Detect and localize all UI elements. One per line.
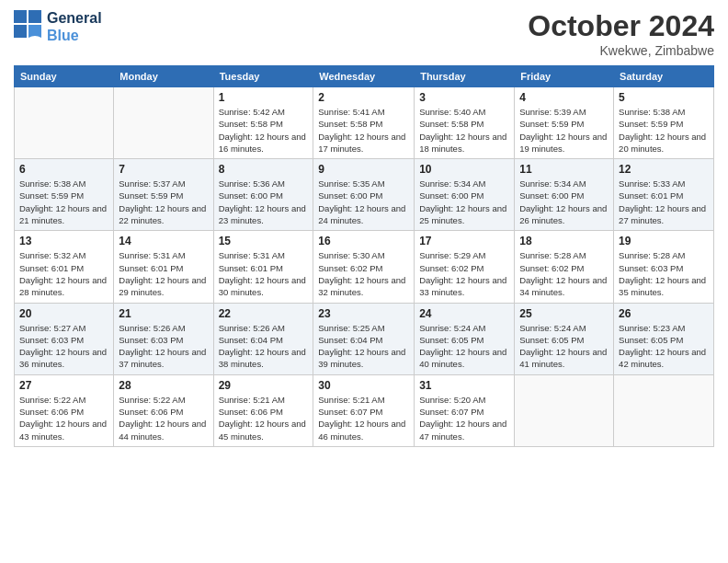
calendar-day-cell xyxy=(614,374,714,446)
calendar-day-cell: 9Sunrise: 5:35 AM Sunset: 6:00 PM Daylig… xyxy=(313,159,415,231)
calendar-day-cell: 30Sunrise: 5:21 AM Sunset: 6:07 PM Dayli… xyxy=(313,374,415,446)
col-monday: Monday xyxy=(114,66,213,87)
day-number: 20 xyxy=(19,307,108,320)
day-number: 14 xyxy=(119,235,208,247)
calendar-day-cell: 4Sunrise: 5:39 AM Sunset: 5:59 PM Daylig… xyxy=(515,87,614,159)
day-detail: Sunrise: 5:32 AM Sunset: 6:01 PM Dayligh… xyxy=(19,249,108,298)
day-number: 31 xyxy=(419,379,509,392)
day-number: 22 xyxy=(219,307,309,320)
day-number: 30 xyxy=(318,379,409,392)
col-friday: Friday xyxy=(515,66,614,87)
day-number: 10 xyxy=(419,163,509,176)
calendar-day-cell: 5Sunrise: 5:38 AM Sunset: 5:59 PM Daylig… xyxy=(614,87,714,159)
calendar-day-cell xyxy=(515,374,614,446)
logo-text: General Blue xyxy=(47,9,102,44)
day-number: 23 xyxy=(318,307,409,320)
day-detail: Sunrise: 5:29 AM Sunset: 6:02 PM Dayligh… xyxy=(419,249,509,298)
day-detail: Sunrise: 5:24 AM Sunset: 6:05 PM Dayligh… xyxy=(519,322,609,371)
day-number: 17 xyxy=(419,235,509,247)
calendar-day-cell: 23Sunrise: 5:25 AM Sunset: 6:04 PM Dayli… xyxy=(313,303,415,374)
calendar-header-row: Sunday Monday Tuesday Wednesday Thursday… xyxy=(15,66,714,87)
day-number: 1 xyxy=(219,91,309,104)
col-sunday: Sunday xyxy=(15,66,114,87)
calendar-week-row: 27Sunrise: 5:22 AM Sunset: 6:06 PM Dayli… xyxy=(15,374,714,446)
day-number: 18 xyxy=(519,235,609,247)
day-number: 7 xyxy=(119,163,208,176)
calendar-week-row: 13Sunrise: 5:32 AM Sunset: 6:01 PM Dayli… xyxy=(15,231,714,303)
calendar-table: Sunday Monday Tuesday Wednesday Thursday… xyxy=(14,65,714,447)
day-number: 28 xyxy=(119,379,208,392)
calendar-day-cell: 31Sunrise: 5:20 AM Sunset: 6:07 PM Dayli… xyxy=(415,374,515,446)
day-detail: Sunrise: 5:31 AM Sunset: 6:01 PM Dayligh… xyxy=(119,249,208,298)
day-number: 11 xyxy=(519,163,609,176)
calendar-day-cell: 22Sunrise: 5:26 AM Sunset: 6:04 PM Dayli… xyxy=(213,303,313,374)
day-detail: Sunrise: 5:37 AM Sunset: 5:59 PM Dayligh… xyxy=(119,178,208,226)
calendar-day-cell: 8Sunrise: 5:36 AM Sunset: 6:00 PM Daylig… xyxy=(213,159,313,231)
svg-rect-0 xyxy=(14,10,27,23)
day-detail: Sunrise: 5:28 AM Sunset: 6:02 PM Dayligh… xyxy=(519,249,609,298)
logo: General Blue xyxy=(14,9,102,44)
day-detail: Sunrise: 5:33 AM Sunset: 6:01 PM Dayligh… xyxy=(619,178,709,226)
day-detail: Sunrise: 5:40 AM Sunset: 5:58 PM Dayligh… xyxy=(419,106,509,155)
day-detail: Sunrise: 5:38 AM Sunset: 5:59 PM Dayligh… xyxy=(619,106,709,155)
calendar-day-cell: 3Sunrise: 5:40 AM Sunset: 5:58 PM Daylig… xyxy=(415,87,515,159)
day-number: 15 xyxy=(219,235,309,247)
day-detail: Sunrise: 5:26 AM Sunset: 6:03 PM Dayligh… xyxy=(119,322,208,371)
col-tuesday: Tuesday xyxy=(213,66,313,87)
day-detail: Sunrise: 5:35 AM Sunset: 6:00 PM Dayligh… xyxy=(318,178,409,226)
calendar-day-cell: 14Sunrise: 5:31 AM Sunset: 6:01 PM Dayli… xyxy=(114,231,213,303)
month-title: October 2024 xyxy=(528,9,714,43)
day-detail: Sunrise: 5:30 AM Sunset: 6:02 PM Dayligh… xyxy=(318,249,409,298)
day-detail: Sunrise: 5:23 AM Sunset: 6:05 PM Dayligh… xyxy=(619,322,709,371)
day-detail: Sunrise: 5:34 AM Sunset: 6:00 PM Dayligh… xyxy=(519,178,609,226)
day-detail: Sunrise: 5:20 AM Sunset: 6:07 PM Dayligh… xyxy=(419,394,509,442)
col-saturday: Saturday xyxy=(614,66,714,87)
day-number: 21 xyxy=(119,307,208,320)
calendar-day-cell xyxy=(114,87,213,159)
calendar-day-cell: 25Sunrise: 5:24 AM Sunset: 6:05 PM Dayli… xyxy=(515,303,614,374)
day-number: 4 xyxy=(519,91,609,104)
day-number: 13 xyxy=(19,235,108,247)
location: Kwekwe, Zimbabwe xyxy=(528,43,714,58)
calendar-week-row: 20Sunrise: 5:27 AM Sunset: 6:03 PM Dayli… xyxy=(15,303,714,374)
calendar-day-cell: 1Sunrise: 5:42 AM Sunset: 5:58 PM Daylig… xyxy=(213,87,313,159)
col-thursday: Thursday xyxy=(415,66,515,87)
day-detail: Sunrise: 5:27 AM Sunset: 6:03 PM Dayligh… xyxy=(19,322,108,371)
day-detail: Sunrise: 5:21 AM Sunset: 6:06 PM Dayligh… xyxy=(219,394,309,442)
svg-rect-2 xyxy=(28,10,41,23)
calendar-day-cell: 15Sunrise: 5:31 AM Sunset: 6:01 PM Dayli… xyxy=(213,231,313,303)
day-detail: Sunrise: 5:31 AM Sunset: 6:01 PM Dayligh… xyxy=(219,249,309,298)
calendar-day-cell: 20Sunrise: 5:27 AM Sunset: 6:03 PM Dayli… xyxy=(15,303,114,374)
day-number: 3 xyxy=(419,91,509,104)
calendar-week-row: 1Sunrise: 5:42 AM Sunset: 5:58 PM Daylig… xyxy=(15,87,714,159)
calendar-day-cell: 11Sunrise: 5:34 AM Sunset: 6:00 PM Dayli… xyxy=(515,159,614,231)
svg-rect-1 xyxy=(14,25,27,38)
calendar-day-cell: 12Sunrise: 5:33 AM Sunset: 6:01 PM Dayli… xyxy=(614,159,714,231)
day-number: 8 xyxy=(219,163,309,176)
page-container: General Blue October 2024 Kwekwe, Zimbab… xyxy=(0,0,728,563)
calendar-day-cell: 27Sunrise: 5:22 AM Sunset: 6:06 PM Dayli… xyxy=(15,374,114,446)
calendar-day-cell: 18Sunrise: 5:28 AM Sunset: 6:02 PM Dayli… xyxy=(515,231,614,303)
day-number: 25 xyxy=(519,307,609,320)
calendar-day-cell: 13Sunrise: 5:32 AM Sunset: 6:01 PM Dayli… xyxy=(15,231,114,303)
calendar-day-cell: 7Sunrise: 5:37 AM Sunset: 5:59 PM Daylig… xyxy=(114,159,213,231)
calendar-day-cell: 10Sunrise: 5:34 AM Sunset: 6:00 PM Dayli… xyxy=(415,159,515,231)
day-number: 5 xyxy=(619,91,709,104)
day-number: 19 xyxy=(619,235,709,247)
title-block: October 2024 Kwekwe, Zimbabwe xyxy=(528,9,714,58)
day-detail: Sunrise: 5:25 AM Sunset: 6:04 PM Dayligh… xyxy=(318,322,409,371)
calendar-day-cell: 2Sunrise: 5:41 AM Sunset: 5:58 PM Daylig… xyxy=(313,87,415,159)
day-number: 24 xyxy=(419,307,509,320)
calendar-day-cell: 26Sunrise: 5:23 AM Sunset: 6:05 PM Dayli… xyxy=(614,303,714,374)
day-detail: Sunrise: 5:38 AM Sunset: 5:59 PM Dayligh… xyxy=(19,178,108,226)
calendar-day-cell: 17Sunrise: 5:29 AM Sunset: 6:02 PM Dayli… xyxy=(415,231,515,303)
calendar-day-cell: 24Sunrise: 5:24 AM Sunset: 6:05 PM Dayli… xyxy=(415,303,515,374)
day-detail: Sunrise: 5:26 AM Sunset: 6:04 PM Dayligh… xyxy=(219,322,309,371)
logo-icon xyxy=(14,10,43,40)
day-number: 16 xyxy=(318,235,409,247)
day-detail: Sunrise: 5:24 AM Sunset: 6:05 PM Dayligh… xyxy=(419,322,509,371)
day-detail: Sunrise: 5:34 AM Sunset: 6:00 PM Dayligh… xyxy=(419,178,509,226)
day-detail: Sunrise: 5:22 AM Sunset: 6:06 PM Dayligh… xyxy=(19,394,108,442)
day-detail: Sunrise: 5:39 AM Sunset: 5:59 PM Dayligh… xyxy=(519,106,609,155)
calendar-day-cell: 29Sunrise: 5:21 AM Sunset: 6:06 PM Dayli… xyxy=(213,374,313,446)
